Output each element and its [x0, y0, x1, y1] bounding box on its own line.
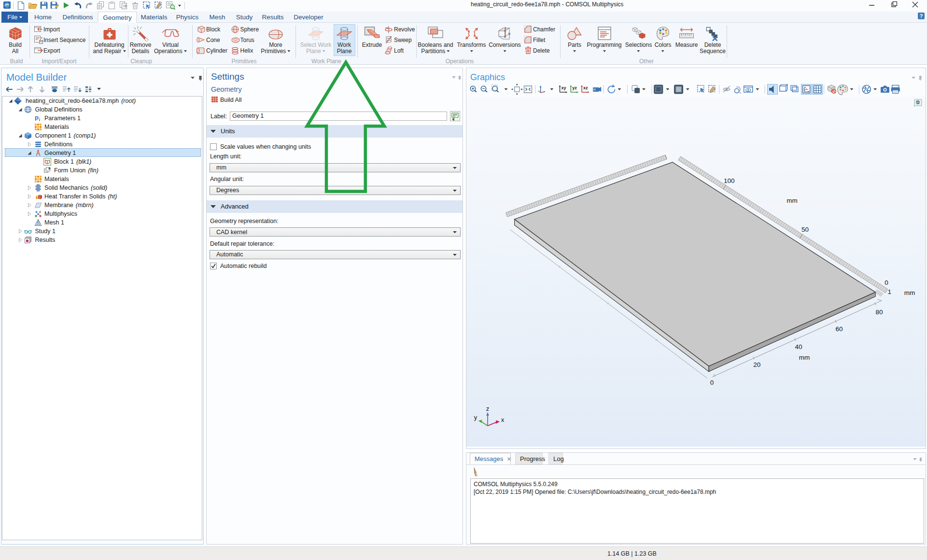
svg-text:mm: mm — [904, 289, 915, 296]
svg-text:xy: xy — [562, 85, 566, 90]
svg-text:mm: mm — [787, 197, 798, 204]
svg-text:80: 80 — [875, 308, 883, 316]
svg-text:40: 40 — [795, 343, 802, 350]
svg-text:mm: mm — [799, 354, 810, 361]
svg-text:100: 100 — [724, 177, 735, 184]
svg-text:0: 0 — [885, 279, 888, 286]
svg-text:z: z — [486, 405, 490, 412]
svg-text:P: P — [35, 115, 39, 122]
svg-text:0: 0 — [710, 379, 714, 386]
svg-text:i: i — [39, 117, 41, 122]
svg-text:xz: xz — [583, 85, 588, 90]
svg-text:60: 60 — [835, 325, 843, 333]
svg-text:1: 1 — [888, 288, 892, 295]
svg-text:50: 50 — [801, 226, 809, 233]
svg-text:20: 20 — [753, 361, 760, 368]
svg-text:x: x — [501, 416, 505, 423]
svg-text:y: y — [474, 414, 478, 421]
svg-text:yz: yz — [572, 85, 577, 90]
